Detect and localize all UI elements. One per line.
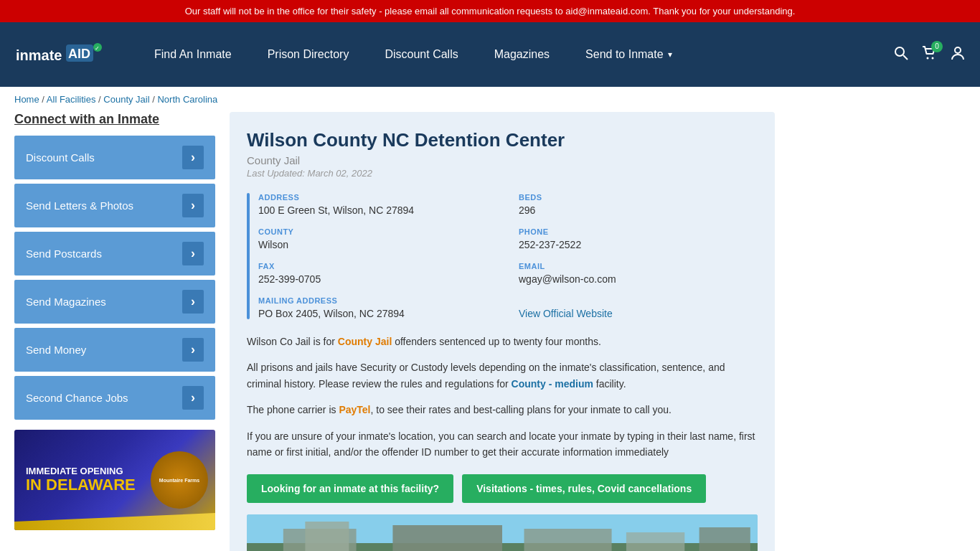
navbar-icons: 0 [894, 45, 966, 65]
sidebar-second-chance-jobs-btn[interactable]: Second Chance Jobs › [14, 376, 215, 420]
nav-send-to-inmate[interactable]: Send to Inmate ▾ [567, 22, 690, 87]
svg-point-5 [895, 47, 904, 56]
svg-rect-15 [524, 529, 612, 551]
search-icon[interactable] [894, 46, 908, 64]
info-email: EMAIL wgay@wilson-co.com [519, 262, 758, 285]
arrow-icon-5: › [182, 386, 204, 410]
bottom-buttons: Looking for an inmate at this facility? … [247, 474, 758, 503]
info-beds: BEDS 296 [519, 193, 758, 216]
ad-text: IMMEDIATE OPENING IN DELAWARE [26, 466, 136, 494]
sidebar-discount-calls-btn[interactable]: Discount Calls › [14, 136, 215, 179]
svg-rect-16 [626, 532, 684, 551]
nav-find-an-inmate[interactable]: Find An Inmate [136, 22, 250, 87]
sidebar-send-postcards-btn[interactable]: Send Postcards › [14, 232, 215, 276]
info-county: COUNTY Wilson [258, 227, 497, 250]
info-address: ADDRESS 100 E Green St, Wilson, NC 27894 [258, 193, 497, 216]
main-content: Wilson County NC Detention Center County… [230, 112, 775, 551]
visitations-btn[interactable]: Visitations - times, rules, Covid cancel… [462, 474, 706, 503]
info-fax: FAX 252-399-0705 [258, 262, 497, 285]
svg-rect-17 [699, 527, 750, 551]
nav-magazines[interactable]: Magazines [476, 22, 567, 87]
cart-badge: 0 [931, 41, 943, 52]
sidebar-title: Connect with an Inmate [14, 112, 215, 127]
facility-updated: Last Updated: March 02, 2022 [247, 168, 758, 179]
svg-rect-14 [392, 525, 502, 551]
find-inmate-btn[interactable]: Looking for an inmate at this facility? [247, 474, 453, 503]
breadcrumb-home[interactable]: Home [14, 94, 39, 105]
ad-road-decoration [14, 509, 215, 530]
facility-info-grid: ADDRESS 100 E Green St, Wilson, NC 27894… [247, 193, 758, 319]
view-website-link[interactable]: View Official Website [519, 308, 613, 319]
info-website: - View Official Website [519, 296, 758, 319]
sidebar: Connect with an Inmate Discount Calls › … [14, 112, 215, 551]
arrow-icon-4: › [182, 338, 204, 362]
nav-prison-directory[interactable]: Prison Directory [250, 22, 367, 87]
facility-type: County Jail [247, 154, 758, 166]
description-1: Wilson Co Jail is for County Jail offend… [247, 334, 758, 349]
ad-banner[interactable]: IMMEDIATE OPENING IN DELAWARE Mountaire … [14, 430, 215, 530]
svg-rect-13 [305, 522, 349, 551]
arrow-icon-1: › [182, 194, 204, 217]
svg-line-6 [903, 55, 908, 60]
cart-icon[interactable]: 0 [921, 45, 937, 65]
navbar: inmate AID ✓ Find An Inmate Prison Direc… [0, 22, 980, 87]
facility-title: Wilson County NC Detention Center [247, 129, 758, 151]
arrow-icon-3: › [182, 290, 204, 314]
description-4: If you are unsure of your inmate's locat… [247, 428, 758, 461]
arrow-icon-0: › [182, 146, 204, 169]
svg-point-7 [927, 57, 929, 59]
info-phone: PHONE 252-237-2522 [519, 227, 758, 250]
breadcrumb: Home / All Facilities / County Jail / No… [0, 87, 980, 112]
info-mailing: MAILING ADDRESS PO Box 2405, Wilson, NC … [258, 296, 497, 319]
nav-discount-calls[interactable]: Discount Calls [367, 22, 476, 87]
county-jail-link-1[interactable]: County Jail [338, 336, 392, 347]
sidebar-send-money-btn[interactable]: Send Money › [14, 328, 215, 372]
navbar-links: Find An Inmate Prison Directory Discount… [136, 22, 894, 87]
svg-point-8 [932, 57, 934, 59]
chevron-down-icon: ▾ [668, 50, 672, 60]
alert-text: Our staff will not be in the office for … [185, 6, 796, 17]
ad-line1: IMMEDIATE OPENING [26, 466, 136, 476]
svg-point-9 [955, 47, 961, 53]
alert-banner: Our staff will not be in the office for … [0, 0, 980, 22]
breadcrumb-county-jail[interactable]: County Jail [103, 94, 149, 105]
svg-text:inmate: inmate [16, 47, 62, 63]
main-container: Connect with an Inmate Discount Calls › … [0, 112, 789, 551]
sidebar-send-magazines-btn[interactable]: Send Magazines › [14, 280, 215, 324]
user-icon[interactable] [950, 45, 966, 65]
paytel-link[interactable]: PayTel [339, 404, 370, 415]
sidebar-send-letters-btn[interactable]: Send Letters & Photos › [14, 184, 215, 227]
svg-text:✓: ✓ [95, 45, 100, 52]
svg-text:AID: AID [68, 47, 90, 61]
ad-line2: IN DELAWARE [26, 476, 136, 494]
breadcrumb-all-facilities[interactable]: All Facilities [47, 94, 96, 105]
description-2: All prisons and jails have Security or C… [247, 359, 758, 392]
facility-image [247, 514, 758, 551]
breadcrumb-north-carolina[interactable]: North Carolina [157, 94, 217, 105]
description-3: The phone carrier is PayTel, to see thei… [247, 402, 758, 418]
arrow-icon-2: › [182, 242, 204, 265]
logo[interactable]: inmate AID ✓ [14, 40, 108, 69]
county-medium-link[interactable]: County - medium [512, 378, 593, 390]
ad-logo: Mountaire Farms [151, 451, 208, 509]
